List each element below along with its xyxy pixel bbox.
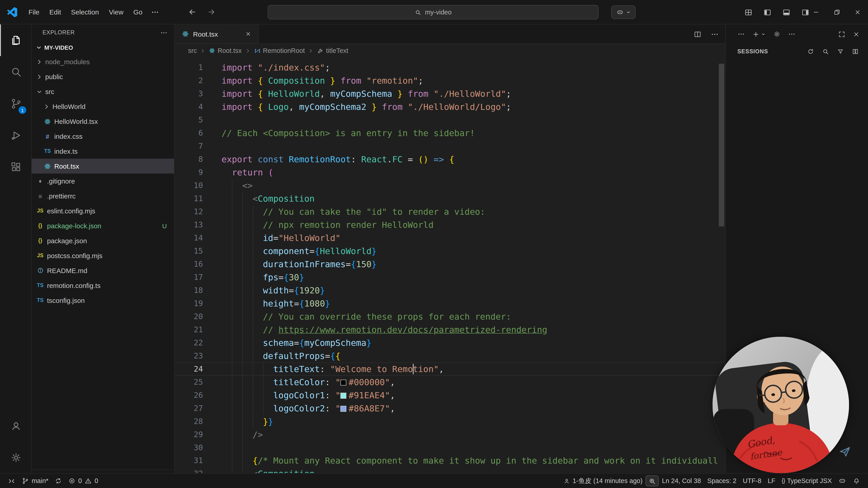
settings-gear-button[interactable] bbox=[0, 442, 32, 473]
project-root-folder[interactable]: MY-VIDEO bbox=[32, 41, 174, 54]
code-line-21[interactable]: 21 // https://www.remotion.dev/docs/para… bbox=[175, 323, 725, 336]
search-activity-button[interactable] bbox=[0, 56, 32, 88]
code-line-32[interactable]: 32 <Composition bbox=[175, 467, 725, 473]
tab-root-tsx[interactable]: Root.tsx bbox=[175, 24, 259, 43]
extensions-activity-button[interactable] bbox=[0, 151, 32, 183]
code-line-14[interactable]: 14 id="HelloWorld" bbox=[175, 231, 725, 245]
code-line-18[interactable]: 18 width={1920} bbox=[175, 284, 725, 297]
cursor-position-status[interactable]: Ln 24, Col 38 bbox=[659, 475, 704, 487]
filter-icon[interactable] bbox=[837, 48, 844, 55]
split-view-icon[interactable] bbox=[852, 48, 859, 55]
code-line-30[interactable]: 30 bbox=[175, 441, 725, 454]
breadcrumb-titletext[interactable]: titleText bbox=[317, 47, 348, 54]
code-line-29[interactable]: 29 /> bbox=[175, 428, 725, 441]
code-line-24[interactable]: 24 titleText: "Welcome to Remotion", bbox=[175, 363, 725, 376]
editor-scrollbar[interactable] bbox=[719, 64, 724, 226]
tree-item-src[interactable]: src bbox=[32, 84, 174, 99]
color-swatch[interactable] bbox=[341, 380, 346, 386]
editor-more-button[interactable] bbox=[711, 30, 719, 38]
tree-item-eslint-config-mjs[interactable]: JSeslint.config.mjs bbox=[32, 203, 174, 218]
code-line-7[interactable]: 7 bbox=[175, 140, 725, 153]
code-line-6[interactable]: 6// Each <Composition> is an entry in th… bbox=[175, 127, 725, 140]
go-forward-button[interactable] bbox=[204, 5, 219, 19]
git-branch-status[interactable]: main* bbox=[19, 475, 52, 487]
tree-item-package-json[interactable]: {}package.json bbox=[32, 233, 174, 248]
send-arrow-icon[interactable] bbox=[838, 445, 852, 458]
tree-item-tsconfig-json[interactable]: TStsconfig.json bbox=[32, 293, 174, 308]
code-line-1[interactable]: 1import "./index.css"; bbox=[175, 61, 725, 74]
explorer-activity-button[interactable] bbox=[0, 24, 32, 56]
split-editor-button[interactable] bbox=[693, 30, 702, 38]
tree-item-index-css[interactable]: #index.css bbox=[32, 129, 174, 144]
outline-section-header[interactable]: OUTLINE bbox=[32, 469, 175, 473]
code-line-5[interactable]: 5 bbox=[175, 113, 725, 127]
code-line-31[interactable]: 31 {/* Mount any React component to make… bbox=[175, 454, 725, 467]
tree-item-readme-md[interactable]: README.md bbox=[32, 263, 174, 278]
tree-item-postcss-config-mjs[interactable]: JSpostcss.config.mjs bbox=[32, 248, 174, 263]
language-mode-status[interactable]: { } TypeScript JSX bbox=[778, 475, 835, 487]
tree-item-public[interactable]: public bbox=[32, 69, 174, 84]
close-window-button[interactable] bbox=[847, 0, 868, 24]
menubar-more-button[interactable] bbox=[147, 5, 163, 19]
code-line-26[interactable]: 26 logoColor1: "#91EAE4", bbox=[175, 389, 725, 402]
menu-item-file[interactable]: File bbox=[24, 5, 44, 19]
tree-item-remotion-config-ts[interactable]: TSremotion.config.ts bbox=[32, 278, 174, 293]
code-line-25[interactable]: 25 titleColor: "#000000", bbox=[175, 376, 725, 389]
tree-item-helloworld-tsx[interactable]: HelloWorld.tsx bbox=[32, 114, 174, 129]
tree-item--gitignore[interactable]: ♦.gitignore bbox=[32, 173, 174, 189]
code-line-11[interactable]: 11 <Composition bbox=[175, 192, 725, 205]
remote-indicator[interactable] bbox=[4, 475, 19, 487]
refresh-icon[interactable] bbox=[807, 48, 814, 55]
minimize-button[interactable] bbox=[806, 0, 827, 24]
panel-more-icon[interactable] bbox=[737, 30, 745, 38]
indentation-status[interactable]: Spaces: 2 bbox=[704, 475, 740, 487]
code-line-13[interactable]: 13 // npx remotion render HelloWorld bbox=[175, 218, 725, 231]
breadcrumb-remotionroot[interactable]: RemotionRoot bbox=[254, 47, 305, 54]
code-line-4[interactable]: 4import { Logo, myCompSchema2 } from "./… bbox=[175, 100, 725, 113]
panel-new-session-button[interactable] bbox=[752, 31, 766, 38]
menu-item-edit[interactable]: Edit bbox=[44, 5, 66, 19]
tree-item-node-modules[interactable]: node_modules bbox=[32, 54, 174, 69]
panel-maximize-icon[interactable] bbox=[838, 31, 845, 38]
zoom-indicator[interactable] bbox=[646, 475, 659, 486]
search-icon[interactable] bbox=[822, 48, 829, 55]
menu-item-view[interactable]: View bbox=[104, 5, 128, 19]
code-line-20[interactable]: 20 // You can override these props for e… bbox=[175, 310, 725, 323]
tree-item-index-ts[interactable]: TSindex.ts bbox=[32, 144, 174, 159]
restore-button[interactable] bbox=[827, 0, 847, 24]
explorer-more-button[interactable] bbox=[160, 29, 168, 36]
accounts-button[interactable] bbox=[0, 410, 32, 442]
breadcrumb-root-tsx[interactable]: Root.tsx bbox=[209, 47, 242, 54]
code-line-28[interactable]: 28 }} bbox=[175, 415, 725, 428]
toggle-primary-sidebar-button[interactable] bbox=[760, 5, 775, 19]
tree-item-helloworld[interactable]: HelloWorld bbox=[32, 99, 174, 114]
tree-item-package-lock-json[interactable]: {}package-lock.jsonU bbox=[32, 218, 174, 233]
code-line-12[interactable]: 12 // You can take the "id" to render a … bbox=[175, 205, 725, 218]
code-line-8[interactable]: 8export const RemotionRoot: React.FC = (… bbox=[175, 153, 725, 166]
code-line-15[interactable]: 15 component={HelloWorld} bbox=[175, 245, 725, 258]
code-line-23[interactable]: 23 defaultProps={{ bbox=[175, 350, 725, 363]
color-swatch[interactable] bbox=[341, 393, 346, 399]
code-line-2[interactable]: 2import { Composition } from "remotion"; bbox=[175, 74, 725, 87]
sync-changes-button[interactable] bbox=[52, 475, 65, 487]
tree-item--prettierrc[interactable]: ≡.prettierrc bbox=[32, 189, 174, 203]
menu-item-selection[interactable]: Selection bbox=[66, 5, 104, 19]
go-back-button[interactable] bbox=[185, 5, 200, 19]
eol-status[interactable]: LF bbox=[765, 475, 778, 487]
panel-settings-icon[interactable] bbox=[773, 30, 781, 38]
code-line-16[interactable]: 16 durationInFrames={150} bbox=[175, 258, 725, 271]
copilot-menu-button[interactable] bbox=[611, 5, 636, 19]
code-line-27[interactable]: 27 logoColor2: "#86A8E7", bbox=[175, 402, 725, 415]
notifications-bell[interactable] bbox=[849, 475, 864, 487]
source-control-activity-button[interactable]: 1 bbox=[0, 88, 32, 119]
tree-item-root-tsx[interactable]: Root.tsx bbox=[32, 159, 174, 173]
code-line-19[interactable]: 19 height={1080} bbox=[175, 297, 725, 310]
git-blame-status[interactable]: 1-鱼皮 (14 minutes ago) bbox=[560, 475, 646, 487]
run-debug-activity-button[interactable] bbox=[0, 119, 32, 151]
code-line-9[interactable]: 9 return ( bbox=[175, 166, 725, 179]
code-line-3[interactable]: 3import { HelloWorld, myCompSchema } fro… bbox=[175, 87, 725, 100]
problems-status[interactable]: 0 0 bbox=[65, 475, 101, 487]
panel-close-icon[interactable] bbox=[852, 31, 860, 38]
command-center-search[interactable]: my-video bbox=[268, 5, 599, 20]
copilot-status[interactable] bbox=[835, 475, 849, 487]
